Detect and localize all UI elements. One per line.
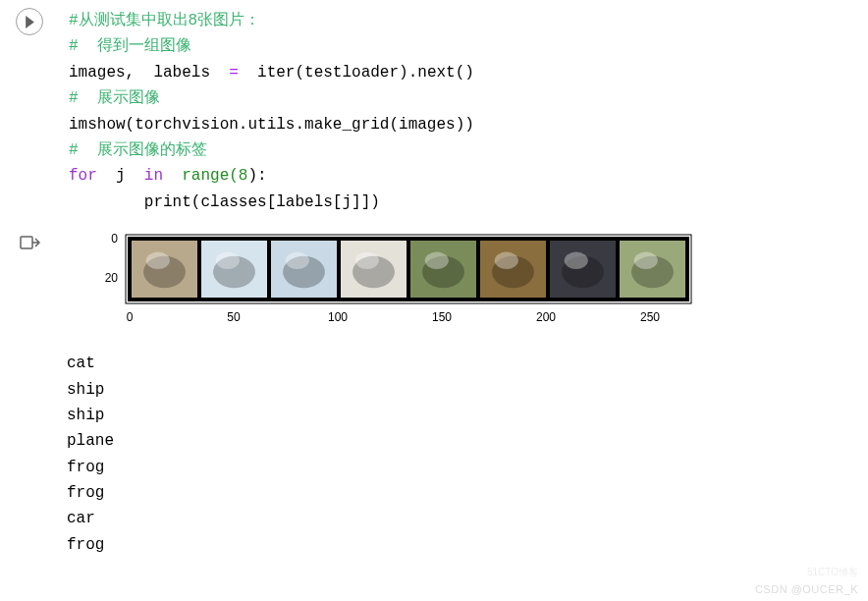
thumbnail <box>201 241 267 298</box>
svg-point-31 <box>565 252 588 269</box>
code-text: print(classes[labels[j]]) <box>69 193 380 211</box>
code-text: ): <box>247 167 266 185</box>
watermark: CSDN @OUCER_K <box>755 583 858 595</box>
svg-point-13 <box>146 252 170 269</box>
thumbnail <box>620 241 685 298</box>
run-button[interactable] <box>16 8 43 35</box>
y-tick: 20 <box>105 271 119 285</box>
output-content: 0 20 0 50 100 150 200 250 <box>59 223 868 566</box>
thumbnail <box>480 241 546 298</box>
keyword-in: in <box>144 167 163 185</box>
code-text: imshow(torchvision.utils.make_grid(image… <box>69 116 474 134</box>
svg-rect-0 <box>21 237 32 248</box>
comment: # 得到一组图像 <box>69 37 191 55</box>
watermark-small: 51CTO博客 <box>807 566 858 579</box>
code-text: j <box>97 167 144 185</box>
output-icon[interactable] <box>16 231 43 254</box>
svg-point-25 <box>425 252 449 269</box>
x-tick: 150 <box>432 310 452 324</box>
plot-svg: 0 20 0 50 100 150 200 250 <box>88 227 717 341</box>
svg-point-34 <box>634 252 658 269</box>
thumbnail <box>271 241 337 298</box>
output-line: cat <box>67 351 858 376</box>
thumbnail <box>132 241 197 298</box>
output-line: ship <box>67 377 858 403</box>
output-line: frog <box>67 532 858 558</box>
comment: # 展示图像 <box>69 89 160 107</box>
output-cell: 0 20 0 50 100 150 200 250 <box>0 223 868 566</box>
comment: # 展示图像的标签 <box>69 141 207 159</box>
comment: #从测试集中取出8张图片： <box>69 12 260 29</box>
code-gutter <box>0 0 59 223</box>
output-gutter <box>0 223 59 566</box>
play-icon <box>25 16 35 28</box>
output-text: catshipshipplanefrogfrogcarfrog <box>67 351 858 558</box>
operator: = <box>229 64 239 82</box>
x-tick: 0 <box>127 310 134 324</box>
thumbnail <box>550 241 616 298</box>
number: 8 <box>239 167 248 185</box>
code-text: range( <box>163 167 239 185</box>
image-grid-plot: 0 20 0 50 100 150 200 250 <box>88 227 858 341</box>
output-line: frog <box>67 455 858 480</box>
svg-point-22 <box>355 252 379 269</box>
svg-point-28 <box>495 252 518 269</box>
output-line: car <box>67 506 858 531</box>
output-line: frog <box>67 480 858 506</box>
x-tick: 50 <box>227 310 241 324</box>
code-content[interactable]: #从测试集中取出8张图片： # 得到一组图像 images, labels = … <box>59 0 868 223</box>
x-tick: 250 <box>640 310 660 324</box>
svg-point-19 <box>286 252 309 269</box>
code-text: iter(testloader).next() <box>239 64 474 82</box>
code-cell: #从测试集中取出8张图片： # 得到一组图像 images, labels = … <box>0 0 868 223</box>
keyword-for: for <box>69 167 97 185</box>
x-tick: 200 <box>536 310 556 324</box>
svg-point-16 <box>216 252 240 269</box>
x-tick: 100 <box>328 310 348 324</box>
y-tick: 0 <box>111 232 118 246</box>
thumbnail <box>410 241 476 298</box>
output-line: plane <box>67 428 858 454</box>
code-text: images, labels <box>69 64 229 82</box>
output-line: ship <box>67 403 858 428</box>
thumbnail <box>341 241 407 298</box>
